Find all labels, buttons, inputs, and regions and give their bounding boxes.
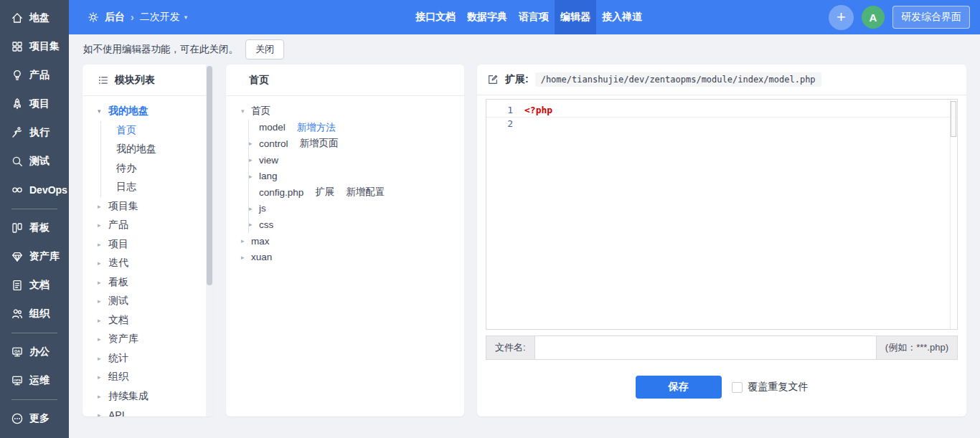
file-tree-item[interactable]: ▸xuan <box>226 249 464 265</box>
sidebar-item-assetlib[interactable]: 资产库 <box>0 242 69 271</box>
tab-data-dict[interactable]: 数据字典 <box>461 0 513 34</box>
tree-action-link[interactable]: 新增配置 <box>346 186 385 199</box>
file-tree-item[interactable]: ▸max <box>226 233 464 249</box>
chevron-right-icon[interactable]: ▸ <box>98 317 108 324</box>
tree-item-label: xuan <box>251 252 272 262</box>
file-tree-item[interactable]: ▸lang <box>249 168 464 184</box>
module-tree-item[interactable]: ▸组织 <box>83 368 213 387</box>
file-tree-item[interactable]: ▸css <box>249 216 464 233</box>
file-tree-item[interactable]: config.php扩展新增配置 <box>249 184 464 201</box>
breadcrumb-current[interactable]: 二次开发 <box>140 11 180 24</box>
module-tree-item[interactable]: 首页 <box>101 121 213 141</box>
overwrite-label[interactable]: 覆盖重复文件 <box>748 381 809 394</box>
sidebar-item-label: 文档 <box>29 279 50 292</box>
tree-action-link[interactable]: 扩展 <box>315 186 334 199</box>
tree-item-label: 首页 <box>116 124 136 137</box>
tree-item-label: config.php <box>259 187 303 198</box>
sidebar-item-doc[interactable]: 文档 <box>0 271 69 300</box>
tree-action-link[interactable]: 新增方法 <box>297 121 336 134</box>
module-tree-item[interactable]: ▸资产库 <box>83 330 213 349</box>
execution-icon <box>11 126 24 139</box>
chevron-right-icon[interactable]: ▸ <box>249 173 259 180</box>
chevron-right-icon[interactable]: ▸ <box>241 237 251 244</box>
sidebar-divider <box>11 333 57 333</box>
project-icon <box>11 97 24 110</box>
chevron-right-icon[interactable]: ▸ <box>249 156 259 163</box>
module-tree-item[interactable]: ▸文档 <box>83 311 213 330</box>
sidebar-item-project-set[interactable]: 项目集 <box>0 32 69 61</box>
module-tree-item[interactable]: 我的地盘 <box>101 140 213 159</box>
sidebar-item-qa[interactable]: 测试 <box>0 147 69 176</box>
tab-editor[interactable]: 编辑器 <box>555 0 596 34</box>
breadcrumb: 后台 › 二次开发 ▾ <box>69 11 410 24</box>
chevron-right-icon[interactable]: ▸ <box>98 222 108 229</box>
chevron-right-icon[interactable]: ▸ <box>98 297 108 305</box>
tab-integrate-zentao[interactable]: 接入禅道 <box>596 0 648 34</box>
save-button[interactable]: 保存 <box>636 376 722 399</box>
scrollbar-thumb[interactable] <box>207 66 212 285</box>
chevron-down-icon[interactable]: ▾ <box>241 108 251 115</box>
sidebar-item-execution[interactable]: 执行 <box>0 118 69 147</box>
breadcrumb-admin[interactable]: 后台 <box>105 11 125 24</box>
chevron-right-icon[interactable]: ▸ <box>241 254 251 261</box>
tree-action-link[interactable]: 新增页面 <box>300 137 339 150</box>
sidebar-item-kanban[interactable]: 看板 <box>0 214 69 242</box>
module-tree-item[interactable]: ▸看板 <box>83 273 213 292</box>
home-icon <box>11 11 24 24</box>
sidebar-item-ops[interactable]: OPS运维 <box>0 366 69 395</box>
file-panel-title: 首页 <box>249 74 269 87</box>
module-tree-item[interactable]: ▸项目集 <box>83 197 213 216</box>
module-tree-item[interactable]: ▾我的地盘 <box>83 102 213 121</box>
chevron-right-icon[interactable]: ▸ <box>98 203 108 210</box>
module-tree-item[interactable]: ▸统计 <box>83 349 213 368</box>
add-button[interactable]: + <box>829 5 854 30</box>
module-tree-item[interactable]: ▸测试 <box>83 292 213 311</box>
code-editor[interactable]: 1<?php2 <box>486 99 958 330</box>
chevron-right-icon[interactable]: ▸ <box>98 393 108 400</box>
chevron-right-icon[interactable]: ▸ <box>98 279 108 286</box>
module-tree-item[interactable]: ▸持续集成 <box>83 387 213 406</box>
chevron-right-icon[interactable]: ▸ <box>249 221 259 228</box>
dev-ui-button[interactable]: 研发综合界面 <box>892 6 970 29</box>
avatar[interactable]: A <box>862 6 885 29</box>
sidebar-item-more[interactable]: 更多 <box>0 404 69 433</box>
chevron-right-icon[interactable]: ▸ <box>249 205 259 212</box>
file-tree-item[interactable]: model新增方法 <box>249 120 464 136</box>
scrollbar-thumb[interactable] <box>951 101 956 137</box>
overwrite-option: 覆盖重复文件 <box>732 381 809 394</box>
close-editor-button[interactable]: 关闭 <box>245 39 284 59</box>
file-tree-item[interactable]: ▸view <box>249 152 464 168</box>
sidebar-item-home[interactable]: 地盘 <box>0 4 69 32</box>
chevron-right-icon[interactable]: ▸ <box>98 241 108 248</box>
sidebar-item-devops[interactable]: DevOps <box>0 176 69 204</box>
file-tree-item[interactable]: ▾首页 <box>226 103 464 120</box>
chevron-right-icon[interactable]: ▸ <box>98 335 108 343</box>
chevron-right-icon[interactable]: ▸ <box>249 140 259 147</box>
overwrite-checkbox[interactable] <box>732 382 743 393</box>
tab-lang-item[interactable]: 语言项 <box>513 0 555 34</box>
chevron-right-icon[interactable]: ▸ <box>98 411 108 416</box>
module-tree-item[interactable]: ▸迭代 <box>83 254 213 273</box>
module-tree-item[interactable]: 待办 <box>101 159 213 178</box>
app-root: 地盘项目集产品项目执行测试DevOps看板资产库文档组织OA办公OPS运维更多 … <box>0 0 980 438</box>
sidebar-item-admin[interactable]: 组织 <box>0 300 69 328</box>
module-tree-item[interactable]: ▸项目 <box>83 235 213 254</box>
code-editor-scrollbar[interactable] <box>950 100 957 329</box>
module-tree-item[interactable]: 日志 <box>101 178 213 197</box>
tab-api-doc[interactable]: 接口文档 <box>410 0 461 34</box>
file-tree-item[interactable]: ▸js <box>249 201 464 217</box>
sidebar-item-oa[interactable]: OA办公 <box>0 338 69 366</box>
sidebar-item-project[interactable]: 项目 <box>0 90 69 118</box>
chevron-right-icon[interactable]: ▸ <box>98 355 108 362</box>
module-tree-item[interactable]: ▸API <box>83 406 213 416</box>
module-tree-item[interactable]: ▸产品 <box>83 216 213 235</box>
sidebar-item-product[interactable]: 产品 <box>0 61 69 90</box>
filename-input[interactable] <box>534 335 877 360</box>
chevron-down-icon[interactable]: ▾ <box>98 108 108 115</box>
module-list-scrollbar[interactable] <box>206 65 213 416</box>
tree-item-label: 资产库 <box>108 333 138 346</box>
file-tree-item[interactable]: ▸control新增页面 <box>249 135 464 152</box>
chevron-right-icon[interactable]: ▸ <box>98 260 108 267</box>
tree-item-label: 我的地盘 <box>108 105 149 118</box>
chevron-right-icon[interactable]: ▸ <box>98 373 108 381</box>
